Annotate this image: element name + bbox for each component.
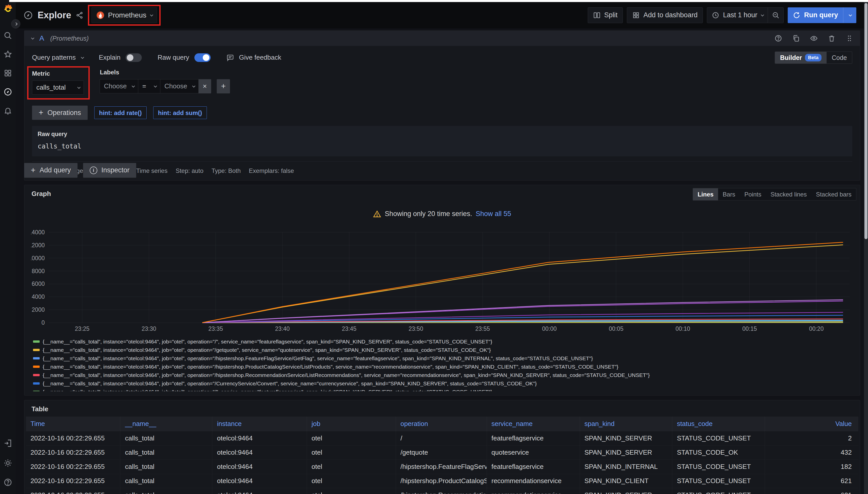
run-query-button-group: Run query <box>788 7 856 23</box>
legend-label: {__name__="calls_total", instance="otelc… <box>43 388 492 391</box>
legend-item-partial[interactable]: {__name__="calls_total", instance="otelc… <box>33 388 852 391</box>
label-value-placeholder: Choose <box>164 82 187 91</box>
x-axis-tick: 00:20 <box>809 325 824 332</box>
explore-compass-icon[interactable] <box>3 87 13 96</box>
labels-field-label: Labels <box>100 68 230 76</box>
info-icon: i <box>90 167 97 174</box>
legend-swatch <box>33 382 40 385</box>
delete-query-trash-icon[interactable] <box>828 35 835 42</box>
show-all-series-link[interactable]: Show all 55 <box>476 209 511 218</box>
share-icon[interactable] <box>76 12 83 19</box>
inspector-button[interactable]: i Inspector <box>83 163 136 178</box>
table-header-cell[interactable]: __name__ <box>121 417 213 431</box>
chevron-down-icon <box>761 13 764 17</box>
hint-button[interactable]: hint: add sum() <box>153 106 207 119</box>
legend-item[interactable]: {__name__="calls_total", instance="otelc… <box>33 337 852 346</box>
table-cell: recommendationservice <box>487 474 580 488</box>
metric-select[interactable]: calls_total <box>32 80 84 95</box>
query-patterns-button[interactable]: Query patterns <box>32 53 76 62</box>
give-feedback-link[interactable]: Give feedback <box>239 53 281 62</box>
table-header-cell[interactable]: Value <box>765 417 858 431</box>
table-header-cell[interactable]: operation <box>396 417 487 431</box>
collapse-chevron-icon[interactable] <box>31 36 34 40</box>
graph-mode-bars[interactable]: Bars <box>718 188 740 200</box>
raw-query-toggle[interactable] <box>194 53 211 62</box>
builder-mode-button[interactable]: Builder Beta <box>775 52 827 63</box>
table-cell: 2022-10-16 00:22:29.655 <box>26 460 121 474</box>
legend-label: {__name__="calls_total", instance="otelc… <box>43 346 491 353</box>
explain-label: Explain <box>99 53 121 62</box>
label-operator-select[interactable]: = <box>138 79 160 93</box>
chevron-down-icon <box>81 56 84 59</box>
legend-item[interactable]: {__name__="calls_total", instance="otelc… <box>33 354 852 362</box>
legend-item[interactable]: {__name__="calls_total", instance="otelc… <box>33 362 852 371</box>
inspector-label: Inspector <box>102 166 130 175</box>
alerting-bell-icon[interactable] <box>3 106 13 115</box>
table-cell: 621 <box>765 488 858 494</box>
label-value-select[interactable]: Choose <box>160 79 199 93</box>
disable-query-eye-icon[interactable] <box>810 35 818 42</box>
add-to-dashboard-button[interactable]: Add to dashboard <box>627 7 703 23</box>
table-header-cell[interactable]: job <box>307 417 396 431</box>
split-button[interactable]: Split <box>588 7 623 23</box>
chart-legend: {__name__="calls_total", instance="otelc… <box>33 337 852 391</box>
raw-query-label: Raw query <box>158 53 189 62</box>
legend-item[interactable]: {__name__="calls_total", instance="otelc… <box>33 379 852 388</box>
table-cell: 2022-10-16 00:22:29.655 <box>26 445 121 459</box>
graph-mode-points[interactable]: Points <box>740 188 766 200</box>
graph-mode-stacked-bars[interactable]: Stacked bars <box>811 188 856 200</box>
scrollbar-thumb[interactable] <box>865 3 868 239</box>
legend-label: {__name__="calls_total", instance="otelc… <box>43 372 650 379</box>
table-header-cell[interactable]: service_name <box>487 417 580 431</box>
warning-triangle-icon <box>373 210 381 218</box>
annotation-red-box-metric: Metric calls_total <box>27 66 90 99</box>
legend-swatch <box>33 365 40 368</box>
sidebar-expand-button[interactable] <box>11 19 20 28</box>
time-range-picker[interactable]: Last 1 hour <box>707 7 767 23</box>
run-query-dropdown[interactable] <box>843 7 856 23</box>
table-header-cell[interactable]: span_kind <box>580 417 672 431</box>
label-name-select[interactable]: Choose <box>100 79 138 93</box>
legend-item[interactable]: {__name__="calls_total", instance="otelc… <box>33 346 852 354</box>
x-axis-tick: 23:50 <box>409 325 423 332</box>
table-cell: otel <box>307 460 396 474</box>
star-icon[interactable] <box>3 50 13 59</box>
table-panel: Table Time__name__instancejoboperationse… <box>24 400 860 494</box>
search-icon[interactable] <box>3 31 13 40</box>
zoom-out-time-button[interactable] <box>767 7 783 23</box>
legend-item[interactable]: {__name__="calls_total", instance="otelc… <box>33 371 852 379</box>
table-cell: calls_total <box>121 460 213 474</box>
grafana-logo-icon[interactable] <box>2 3 13 14</box>
run-query-button[interactable]: Run query <box>788 7 843 23</box>
drag-handle-icon[interactable] <box>846 35 853 42</box>
page-scrollbar[interactable] <box>864 2 868 494</box>
help-icon[interactable] <box>3 478 13 487</box>
table-cell: 432 <box>765 445 858 459</box>
sign-in-icon[interactable] <box>3 439 13 448</box>
table-header-cell[interactable]: status_code <box>672 417 765 431</box>
table-header-cell[interactable]: instance <box>213 417 307 431</box>
table-cell: 621 <box>765 474 858 488</box>
query-help-icon[interactable] <box>775 35 782 42</box>
add-operation-button[interactable]: + Operations <box>32 106 88 120</box>
dashboards-grid-icon[interactable] <box>3 69 13 78</box>
query-datasource-hint: (Prometheus) <box>50 34 89 43</box>
x-axis-tick: 23:30 <box>142 325 156 332</box>
table-header-cell[interactable]: Time <box>26 417 121 431</box>
add-label-button[interactable]: + <box>217 79 230 93</box>
label-name-placeholder: Choose <box>104 82 127 91</box>
datasource-picker[interactable]: Prometheus <box>91 7 157 23</box>
explain-toggle[interactable] <box>126 53 142 62</box>
top-nav: Explore Prometheus <box>16 2 864 28</box>
operations-label: Operations <box>48 108 81 117</box>
hint-button[interactable]: hint: add rate() <box>94 106 147 119</box>
add-query-button[interactable]: + Add query <box>24 163 77 178</box>
query-row-header[interactable]: A (Prometheus) <box>24 31 860 46</box>
timeseries-chart[interactable]: 0200040006000800010000120001400023:2523:… <box>31 226 852 332</box>
settings-gear-icon[interactable] <box>3 458 13 468</box>
graph-mode-lines[interactable]: Lines <box>693 188 718 200</box>
duplicate-query-icon[interactable] <box>792 35 800 42</box>
graph-mode-stacked-lines[interactable]: Stacked lines <box>766 188 811 200</box>
remove-label-button[interactable]: × <box>198 79 211 93</box>
code-mode-button[interactable]: Code <box>827 52 852 63</box>
